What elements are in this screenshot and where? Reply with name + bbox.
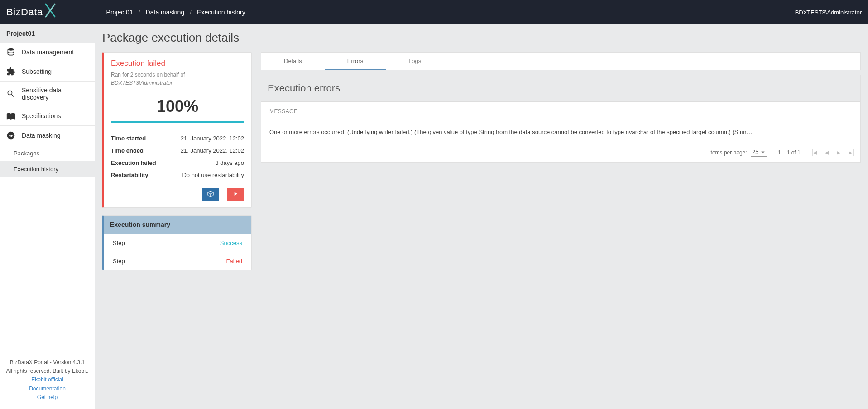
footer-version: BizDataX Portal - Version 4.3.1 xyxy=(4,358,91,367)
tab-logs[interactable]: Logs xyxy=(386,53,444,70)
sidebar-sub-execution-history[interactable]: Execution history xyxy=(0,161,95,177)
exec-status-title: Execution failed xyxy=(111,59,244,68)
book-icon xyxy=(6,111,15,120)
sidebar-item-data-management[interactable]: Data management xyxy=(0,43,95,62)
puzzle-icon xyxy=(6,67,15,76)
database-icon xyxy=(6,48,15,57)
summary-header: Execution summary xyxy=(104,216,251,234)
summary-step-status: Failed xyxy=(226,258,242,265)
logo-x-icon xyxy=(44,2,57,19)
exec-status-line1: Ran for 2 seconds on behalf of xyxy=(111,72,185,78)
main-content: Package execution details Execution fail… xyxy=(95,24,868,409)
topbar: BizData Project01 / Data masking / Execu… xyxy=(0,0,868,24)
play-icon xyxy=(232,191,239,198)
search-icon xyxy=(6,89,15,98)
summary-row[interactable]: Step Success xyxy=(104,234,251,252)
sidebar: Project01 Data management Subsetting Sen… xyxy=(0,24,95,409)
tabs: Details Errors Logs xyxy=(261,52,861,70)
detail-row: Time ended 21. January 2022. 12:02 xyxy=(111,144,244,157)
action-divider xyxy=(223,188,223,201)
paginator-range: 1 – 1 of 1 xyxy=(778,149,801,156)
paginator-next-icon[interactable]: ▸ xyxy=(837,149,840,156)
breadcrumb-section[interactable]: Data masking xyxy=(146,9,185,16)
error-row[interactable]: One or more errors occurred. (Underlying… xyxy=(261,121,860,143)
footer-link-ekobit[interactable]: Ekobit official xyxy=(4,375,91,384)
page-title: Package execution details xyxy=(102,31,861,45)
sidebar-item-label: Sensitive data discovery xyxy=(22,87,88,101)
mask-icon xyxy=(6,131,15,140)
package-button[interactable] xyxy=(202,188,219,201)
paginator-ipp-select[interactable]: 25 xyxy=(751,148,767,157)
sidebar-footer: BizDataX Portal - Version 4.3.1 All righ… xyxy=(0,354,95,409)
sidebar-sub-packages[interactable]: Packages xyxy=(0,145,95,161)
footer-link-documentation[interactable]: Documentation xyxy=(4,385,91,393)
sidebar-item-label: Specifications xyxy=(22,112,61,120)
run-button[interactable] xyxy=(227,188,244,201)
summary-step-label: Step xyxy=(113,240,125,246)
sidebar-item-subsetting[interactable]: Subsetting xyxy=(0,62,95,82)
detail-row: Execution failed 3 days ago xyxy=(111,157,244,169)
breadcrumb-project[interactable]: Project01 xyxy=(106,9,133,16)
sidebar-item-label: Data management xyxy=(22,48,74,56)
breadcrumb-page[interactable]: Execution history xyxy=(197,9,245,16)
svg-point-0 xyxy=(8,48,14,51)
tab-details[interactable]: Details xyxy=(261,53,325,70)
footer-link-help[interactable]: Get help xyxy=(4,393,91,402)
summary-step-label: Step xyxy=(113,258,125,265)
box-icon xyxy=(207,190,214,199)
paginator-ipp-label: Items per page: xyxy=(709,149,747,156)
sidebar-item-specifications[interactable]: Specifications xyxy=(0,106,95,126)
tab-errors[interactable]: Errors xyxy=(325,53,386,70)
sidebar-item-sensitive-discovery[interactable]: Sensitive data discovery xyxy=(0,82,95,106)
user-label[interactable]: BDXTEST3\Administrator xyxy=(795,9,862,16)
sidebar-item-label: Subsetting xyxy=(22,68,52,75)
paginator-last-icon[interactable]: ▸| xyxy=(849,149,854,156)
logo[interactable]: BizData xyxy=(6,6,57,19)
execution-status-card: Execution failed Ran for 2 seconds on be… xyxy=(102,52,252,208)
errors-panel-header: Execution errors xyxy=(261,75,860,102)
paginator-first-icon[interactable]: |◂ xyxy=(811,149,817,156)
summary-row[interactable]: Step Failed xyxy=(104,252,251,270)
sidebar-item-data-masking[interactable]: Data masking xyxy=(0,126,95,145)
progress-bar xyxy=(111,121,244,123)
errors-column-header[interactable]: MESSAGE xyxy=(261,102,860,121)
breadcrumb: Project01 / Data masking / Execution his… xyxy=(106,9,245,16)
paginator: Items per page: 25 1 – 1 of 1 |◂ ◂ ▸ ▸| xyxy=(261,143,860,162)
execution-summary-card: Execution summary Step Success Step Fail… xyxy=(102,215,252,270)
errors-panel: Execution errors MESSAGE One or more err… xyxy=(261,75,861,163)
sidebar-project-name[interactable]: Project01 xyxy=(0,24,95,43)
exec-status-user: BDXTEST3\Administrator xyxy=(111,80,173,86)
summary-step-status: Success xyxy=(220,240,242,246)
detail-row: Restartability Do not use restartability xyxy=(111,169,244,181)
footer-rights: All rights reserved. Built by Ekobit. xyxy=(4,367,91,375)
sidebar-item-label: Data masking xyxy=(22,132,61,139)
detail-row: Time started 21. January 2022. 12:02 xyxy=(111,132,244,144)
progress-percent: 100% xyxy=(111,97,244,116)
logo-text: BizData xyxy=(6,6,43,18)
paginator-prev-icon[interactable]: ◂ xyxy=(825,149,829,156)
